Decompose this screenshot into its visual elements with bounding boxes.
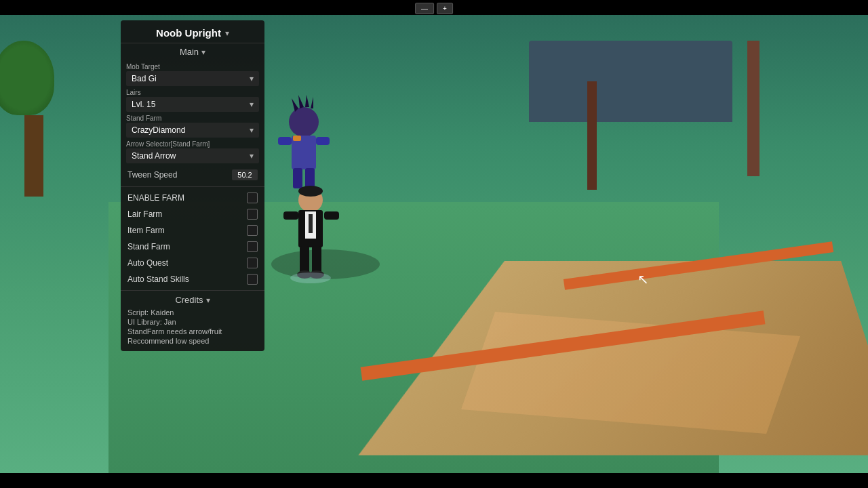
enable-farm-label: ENABLE FARM [127,193,184,203]
svg-rect-8 [293,136,301,141]
svg-rect-9 [293,168,302,188]
arrow-selector-group: Arrow Selector[Stand Farm] Stand Arrow ▾ [126,140,259,163]
stand-farm-group: Stand Farm CrazyDiamond ▾ [126,115,259,138]
arrow-selector-arrow: ▾ [250,151,254,161]
svg-rect-19 [312,246,321,273]
svg-marker-3 [305,95,309,107]
auto-stand-skills-row[interactable]: Auto Stand Skills [121,271,264,287]
enable-farm-row[interactable]: ENABLE FARM [121,190,264,206]
tween-speed-row: Tween Speed 50.2 [121,166,264,184]
mob-target-group: Mob Target Bad Gi ▾ [126,63,259,86]
section-main-label: Main [180,47,199,57]
svg-rect-15 [309,214,313,233]
item-farm-label: Item Farm [127,226,165,235]
lairs-group: Lairs Lvl. 15 ▾ [126,89,259,112]
svg-rect-7 [316,137,330,145]
item-farm-row[interactable]: Item Farm [121,222,264,239]
svg-marker-4 [311,97,313,108]
background-pole2 [587,81,597,190]
tree [14,41,54,197]
auto-quest-label: Auto Quest [127,258,168,268]
svg-point-0 [289,107,319,137]
tree-canopy [0,41,54,115]
divider1 [121,186,264,187]
section-main[interactable]: Main ▾ [121,43,264,60]
section-main-arrow: ▾ [201,47,205,57]
credits-title: Credits [175,295,203,305]
credit-line4: Reccommend low speed [121,336,264,346]
tree-trunk [24,115,43,197]
svg-point-22 [290,272,331,283]
panel-header[interactable]: Noob Upright ▾ [121,20,264,43]
credits-arrow: ▾ [206,296,210,305]
panel-title: Noob Upright [156,27,221,39]
svg-rect-6 [278,137,292,145]
lairs-value: Lvl. 15 [132,100,155,109]
lair-farm-label: Lair Farm [127,209,162,219]
mob-target-arrow: ▾ [250,74,254,83]
mob-target-label: Mob Target [126,63,259,70]
credit-line1: Script: Kaiden [121,308,264,317]
lairs-select[interactable]: Lvl. 15 ▾ [126,97,259,112]
credits-header[interactable]: Credits ▾ [121,290,264,308]
hud-button2[interactable]: + [437,3,453,14]
lair-farm-checkbox[interactable] [247,209,258,220]
hud-button1[interactable]: — [415,3,434,14]
enable-farm-checkbox[interactable] [247,192,258,203]
tween-speed-label: Tween Speed [127,170,177,180]
credit-line2: UI Library: Jan [121,317,264,327]
svg-marker-2 [298,95,304,108]
auto-stand-skills-label: Auto Stand Skills [127,274,189,284]
tween-speed-value[interactable]: 50.2 [232,169,258,180]
background-pole1 [747,41,760,176]
lairs-label: Lairs [126,89,259,96]
stand-farm-value: CrazyDiamond [132,125,185,135]
auto-quest-checkbox[interactable] [247,258,258,268]
svg-rect-10 [305,168,315,188]
arrow-selector-select[interactable]: Stand Arrow ▾ [126,148,259,163]
mob-target-value: Bad Gi [132,74,157,83]
svg-rect-16 [283,211,298,220]
stand-farm-check-row[interactable]: Stand Farm [121,239,264,255]
panel-title-arrow: ▾ [225,28,229,38]
arrow-selector-value: Stand Arrow [132,151,176,161]
credit-line3: StandFarm needs arrow/fruit [121,327,264,336]
stand-farm-label: Stand Farm [126,115,259,122]
background-wall [529,41,732,122]
bottom-black-bar [0,473,868,488]
svg-rect-18 [300,246,309,273]
character-area [258,95,366,291]
stand-farm-select[interactable]: CrazyDiamond ▾ [126,123,259,138]
svg-rect-17 [324,211,339,220]
auto-quest-row[interactable]: Auto Quest [121,255,264,271]
mob-target-select[interactable]: Bad Gi ▾ [126,71,259,86]
top-hud: — + [415,3,453,14]
stand-farm-check-label: Stand Farm [127,242,170,251]
item-farm-checkbox[interactable] [247,225,258,236]
stand-farm-arrow: ▾ [250,125,254,135]
svg-point-12 [298,186,323,197]
lairs-arrow: ▾ [250,100,254,109]
arrow-selector-label: Arrow Selector[Stand Farm] [126,140,259,148]
stand-farm-checkbox[interactable] [247,241,258,252]
auto-stand-skills-checkbox[interactable] [247,274,258,285]
main-panel: Noob Upright ▾ Main ▾ Mob Target Bad Gi … [121,20,264,351]
lair-farm-row[interactable]: Lair Farm [121,206,264,222]
